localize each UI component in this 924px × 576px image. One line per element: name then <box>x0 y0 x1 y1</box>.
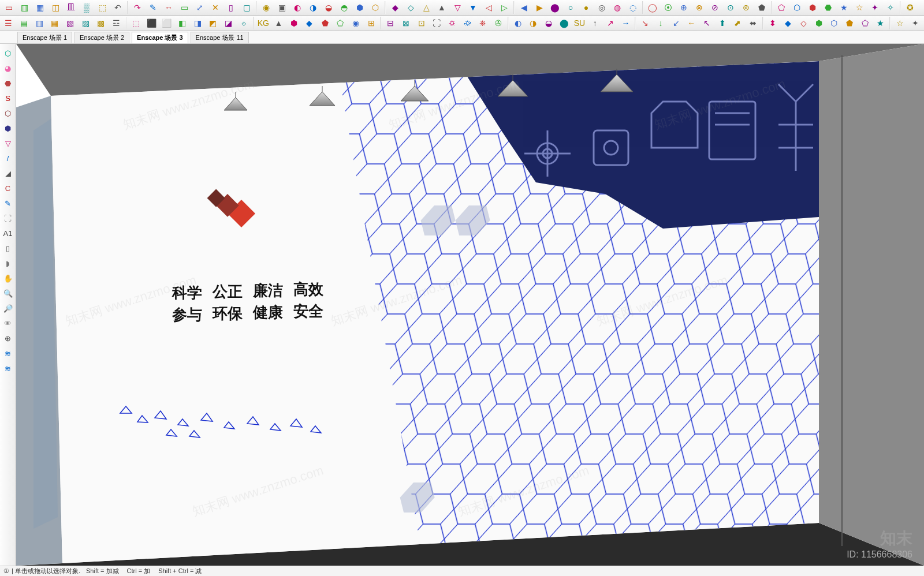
toolbar2-btn-1[interactable]: ▤ <box>17 16 32 30</box>
toolbar1-btn-38[interactable]: ◍ <box>610 1 625 14</box>
toolbar2-btn-57[interactable]: ✦ <box>908 16 923 30</box>
toolbar2-btn-33[interactable]: ◑ <box>526 16 541 30</box>
toolbar1-btn-39[interactable]: ◌ <box>625 1 640 14</box>
toolbar1-btn-55[interactable]: ✧ <box>883 1 898 14</box>
toolbar1-btn-33[interactable]: ▶ <box>532 1 547 14</box>
toolbar1-btn-20[interactable]: ◒ <box>321 1 336 14</box>
toolbar2-btn-47[interactable]: ⬌ <box>746 16 761 30</box>
toolbar2-btn-4[interactable]: ▧ <box>63 16 78 30</box>
scene-tab-0[interactable]: Enscape 场景 1 <box>17 32 72 43</box>
toolbar1-btn-7[interactable]: ↶ <box>110 1 125 14</box>
scene-tab-2[interactable]: Enscape 场景 3 <box>132 32 188 43</box>
toolbar2-btn-53[interactable]: ⬟ <box>842 16 857 30</box>
toolbar1-btn-37[interactable]: ◎ <box>594 1 609 14</box>
left-tool-5[interactable]: ⬢ <box>1 121 15 135</box>
toolbar2-btn-12[interactable]: ◨ <box>190 16 205 30</box>
toolbar1-btn-8[interactable]: ↷ <box>130 1 145 14</box>
toolbar1-btn-41[interactable]: ⦿ <box>661 1 676 14</box>
toolbar2-btn-32[interactable]: ◐ <box>511 16 526 30</box>
toolbar1-btn-31[interactable]: ▷ <box>497 1 512 14</box>
toolbar1-btn-24[interactable]: ◆ <box>388 1 403 14</box>
toolbar1-btn-45[interactable]: ⊙ <box>723 1 738 14</box>
left-tool-11[interactable]: ⛶ <box>1 211 15 225</box>
left-tool-15[interactable]: ✋ <box>1 271 15 285</box>
left-tool-20[interactable]: ≋ <box>1 346 15 360</box>
left-tool-6[interactable]: ▽ <box>1 136 15 150</box>
toolbar2-btn-24[interactable]: ⊟ <box>383 16 398 30</box>
toolbar2-btn-38[interactable]: ↗ <box>603 16 618 30</box>
toolbar2-btn-26[interactable]: ⊡ <box>414 16 429 30</box>
toolbar1-btn-1[interactable]: ▥ <box>17 1 32 14</box>
toolbar2-btn-34[interactable]: ◒ <box>541 16 556 30</box>
toolbar1-btn-4[interactable]: 皿 <box>64 1 79 14</box>
toolbar2-btn-36[interactable]: SU <box>572 16 587 30</box>
toolbar2-btn-42[interactable]: ↙ <box>669 16 684 30</box>
toolbar1-btn-48[interactable]: ⬠ <box>774 1 789 14</box>
toolbar1-btn-16[interactable]: ◉ <box>259 1 274 14</box>
toolbar2-btn-39[interactable]: → <box>619 16 634 30</box>
toolbar2-btn-23[interactable]: ⊞ <box>364 16 379 30</box>
toolbar2-btn-48[interactable]: ⬍ <box>765 16 780 30</box>
toolbar2-btn-13[interactable]: ◩ <box>206 16 221 30</box>
toolbar1-btn-19[interactable]: ◑ <box>305 1 321 14</box>
left-tool-8[interactable]: ◢ <box>1 166 15 180</box>
toolbar2-btn-55[interactable]: ★ <box>873 16 888 30</box>
toolbar1-btn-26[interactable]: △ <box>419 1 434 14</box>
left-tool-12[interactable]: A1 <box>1 226 15 240</box>
toolbar2-btn-18[interactable]: ⬢ <box>286 16 301 30</box>
toolbar1-btn-0[interactable]: ▭ <box>1 1 16 14</box>
scene-3d[interactable]: 科学 公正 廉洁 高效 参与 环保 健康 安全 <box>16 44 924 566</box>
toolbar1-btn-54[interactable]: ✦ <box>867 1 882 14</box>
toolbar2-btn-43[interactable]: ← <box>684 16 699 30</box>
toolbar1-btn-51[interactable]: ⬣ <box>821 1 836 14</box>
left-tool-10[interactable]: ✎ <box>1 196 15 210</box>
toolbar2-btn-19[interactable]: ◆ <box>302 16 317 30</box>
toolbar2-btn-20[interactable]: ⬟ <box>318 16 333 30</box>
toolbar1-btn-10[interactable]: ↔ <box>161 1 176 14</box>
toolbar2-btn-44[interactable]: ↖ <box>699 16 714 30</box>
left-tool-9[interactable]: C <box>1 181 15 195</box>
toolbar2-btn-30[interactable]: ⛯ <box>476 16 491 30</box>
toolbar1-btn-23[interactable]: ⬡ <box>368 1 383 14</box>
scene-tab-3[interactable]: Enscape 场景 11 <box>191 32 249 43</box>
toolbar1-btn-21[interactable]: ◓ <box>337 1 352 14</box>
toolbar2-btn-52[interactable]: ⬡ <box>827 16 842 30</box>
toolbar2-btn-54[interactable]: ⬠ <box>858 16 873 30</box>
toolbar2-btn-45[interactable]: ⬆ <box>715 16 730 30</box>
toolbar2-btn-17[interactable]: ▲ <box>271 16 286 30</box>
toolbar2-btn-31[interactable]: ✇ <box>491 16 506 30</box>
toolbar2-btn-9[interactable]: ⬛ <box>144 16 159 30</box>
left-tool-13[interactable]: ▯ <box>1 241 15 255</box>
toolbar1-btn-56[interactable]: ✪ <box>903 1 918 14</box>
left-tool-14[interactable]: ◗ <box>1 256 15 270</box>
toolbar2-btn-29[interactable]: ⛮ <box>460 16 475 30</box>
toolbar2-btn-11[interactable]: ◧ <box>175 16 190 30</box>
toolbar2-btn-10[interactable]: ⬜ <box>159 16 174 30</box>
toolbar2-btn-46[interactable]: ⬈ <box>730 16 745 30</box>
toolbar2-btn-0[interactable]: ☰ <box>1 16 16 30</box>
left-tool-7[interactable]: / <box>1 151 15 165</box>
toolbar1-btn-2[interactable]: ▦ <box>32 1 47 14</box>
left-tool-16[interactable]: 🔍 <box>1 286 15 300</box>
toolbar2-btn-15[interactable]: ⟐ <box>236 16 251 30</box>
toolbar1-btn-28[interactable]: ▽ <box>450 1 465 14</box>
left-tool-0[interactable]: ⬡ <box>1 46 15 60</box>
toolbar2-btn-49[interactable]: ◆ <box>781 16 796 30</box>
scene-tab-1[interactable]: Enscape 场景 2 <box>74 32 129 43</box>
toolbar1-btn-6[interactable]: ⬚ <box>95 1 110 14</box>
toolbar1-btn-27[interactable]: ▲ <box>434 1 449 14</box>
left-tool-17[interactable]: 🔎 <box>1 301 15 315</box>
toolbar2-btn-6[interactable]: ▩ <box>94 16 109 30</box>
toolbar2-btn-7[interactable]: ☲ <box>109 16 124 30</box>
toolbar1-btn-36[interactable]: ● <box>579 1 594 14</box>
toolbar2-btn-41[interactable]: ↓ <box>653 16 668 30</box>
toolbar1-btn-50[interactable]: ⬢ <box>805 1 820 14</box>
toolbar2-btn-27[interactable]: ⛶ <box>429 16 444 30</box>
toolbar1-btn-42[interactable]: ⊕ <box>676 1 691 14</box>
toolbar1-btn-43[interactable]: ⊗ <box>692 1 707 14</box>
toolbar1-btn-22[interactable]: ⬢ <box>352 1 367 14</box>
toolbar1-btn-49[interactable]: ⬡ <box>789 1 804 14</box>
toolbar1-btn-18[interactable]: ◐ <box>290 1 305 14</box>
left-tool-19[interactable]: ⊕ <box>1 331 15 345</box>
toolbar1-btn-13[interactable]: ✕ <box>208 1 223 14</box>
